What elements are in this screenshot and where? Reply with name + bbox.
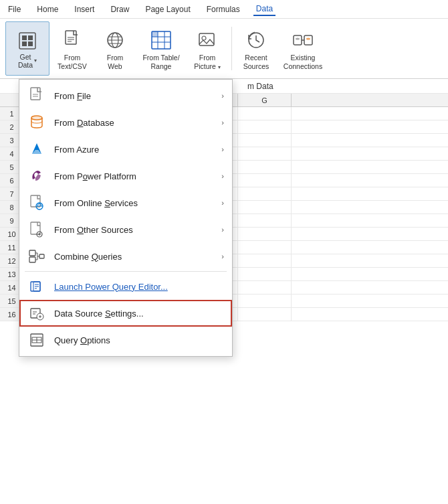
cell[interactable] — [238, 187, 292, 200]
from-text-csv-label: FromText/CSV — [58, 54, 87, 70]
get-data-label: Get Data ▾ — [18, 53, 37, 69]
from-online-services-label: From Online Services — [54, 198, 213, 208]
svg-rect-2 — [28, 35, 33, 40]
recent-sources-icon — [244, 27, 268, 54]
from-web-button[interactable]: FromWeb — [95, 21, 135, 76]
cell[interactable] — [238, 281, 292, 294]
dropdown-menu: From File › From Database › From Azure › — [19, 79, 233, 357]
menu-page-layout[interactable]: Page Layout — [142, 3, 193, 15]
cell[interactable] — [238, 214, 292, 227]
data-source-settings-icon — [27, 304, 46, 323]
svg-rect-48 — [39, 254, 44, 258]
from-picture-label: FromPicture ▾ — [194, 54, 221, 70]
svg-point-21 — [202, 36, 206, 40]
cell[interactable] — [238, 228, 292, 240]
menu-home[interactable]: Home — [34, 3, 61, 15]
svg-rect-19 — [152, 31, 158, 37]
from-database-icon — [27, 113, 46, 132]
get-data-dropdown-arrow: ▾ — [34, 58, 37, 64]
from-text-csv-button[interactable]: FromText/CSV — [52, 21, 92, 76]
from-picture-icon — [195, 27, 219, 54]
recent-sources-label: RecentSources — [243, 54, 269, 70]
from-picture-arrow: ▾ — [218, 64, 221, 70]
existing-connections-button[interactable]: ExistingConnections — [279, 21, 327, 76]
menu-item-from-online-services[interactable]: From Online Services › — [19, 189, 232, 216]
from-online-services-icon — [27, 193, 46, 212]
existing-connections-label: ExistingConnections — [284, 54, 322, 70]
from-text-csv-icon — [60, 27, 84, 54]
query-options-icon — [27, 331, 46, 349]
menu-item-from-file[interactable]: From File › — [19, 82, 232, 109]
cell[interactable] — [238, 308, 292, 321]
combine-queries-arrow: › — [221, 252, 224, 260]
from-other-sources-label: From Other Sources — [54, 225, 213, 235]
ribbon: Get Data ▾ FromText/CSV — [0, 19, 448, 79]
menu-item-combine-queries[interactable]: Combine Queries › — [19, 243, 232, 270]
col-header-g: G — [238, 94, 292, 106]
combine-queries-label: Combine Queries — [54, 252, 213, 262]
cell[interactable] — [238, 120, 292, 133]
get-data-button[interactable]: Get Data ▾ — [5, 21, 49, 76]
from-picture-button[interactable]: FromPicture ▾ — [187, 21, 227, 76]
svg-point-32 — [31, 116, 42, 120]
from-azure-icon — [27, 140, 46, 159]
from-web-label: FromWeb — [107, 54, 124, 70]
cell[interactable] — [238, 134, 292, 147]
from-table-range-label: From Table/Range — [142, 54, 179, 70]
cell[interactable] — [238, 107, 292, 120]
ribbon-separator-1 — [231, 27, 232, 70]
from-file-arrow: › — [221, 92, 224, 100]
cell[interactable] — [238, 295, 292, 307]
cell[interactable] — [238, 161, 292, 173]
breadcrumb: m Data — [247, 82, 273, 91]
menu-item-from-azure[interactable]: From Azure › — [19, 136, 232, 163]
launch-power-query-icon — [27, 277, 46, 296]
svg-rect-43 — [29, 257, 35, 262]
menu-item-from-power-platform[interactable]: From Power Platform › — [19, 163, 232, 189]
svg-point-27 — [306, 37, 310, 39]
menu-file[interactable]: File — [5, 3, 23, 15]
from-power-platform-arrow: › — [221, 172, 224, 180]
from-other-sources-icon — [27, 220, 46, 239]
menu-item-from-other-sources[interactable]: From Other Sources › — [19, 216, 232, 243]
svg-rect-28 — [31, 88, 40, 100]
menu-item-data-source-settings[interactable]: Data Source Settings... — [19, 300, 232, 327]
from-file-icon — [27, 86, 46, 105]
get-data-icon — [15, 29, 39, 53]
cell[interactable] — [238, 147, 292, 160]
cell[interactable] — [238, 254, 292, 267]
from-online-services-arrow: › — [221, 199, 224, 207]
svg-rect-24 — [304, 35, 312, 45]
cell[interactable] — [238, 241, 292, 254]
cell[interactable] — [238, 268, 292, 280]
menu-draw[interactable]: Draw — [108, 3, 132, 15]
from-other-sources-arrow: › — [221, 226, 224, 234]
svg-rect-3 — [22, 41, 27, 46]
menu-insert[interactable]: Insert — [72, 3, 97, 15]
svg-rect-38 — [31, 222, 40, 234]
data-source-settings-label: Data Source Settings... — [54, 309, 224, 319]
menu-item-query-options[interactable]: Query Options — [19, 327, 232, 353]
from-table-range-icon — [149, 27, 173, 54]
query-options-label: Query Options — [54, 335, 224, 345]
launch-power-query-label: Launch Power Query Editor... — [54, 282, 224, 292]
menu-item-from-database[interactable]: From Database › — [19, 109, 232, 136]
svg-rect-0 — [19, 33, 35, 49]
combine-queries-icon — [27, 247, 46, 266]
svg-rect-35 — [31, 195, 40, 207]
recent-sources-button[interactable]: RecentSources — [236, 21, 276, 76]
menu-divider-1 — [25, 271, 227, 272]
existing-connections-icon — [291, 27, 315, 54]
menu-data[interactable]: Data — [253, 3, 275, 16]
menu-item-launch-power-query[interactable]: Launch Power Query Editor... — [19, 273, 232, 300]
from-power-platform-label: From Power Platform — [54, 171, 213, 181]
from-table-range-button[interactable]: From Table/Range — [138, 21, 185, 76]
from-file-label: From File — [54, 91, 213, 101]
menu-formulas[interactable]: Formulas — [204, 3, 243, 15]
svg-rect-23 — [294, 35, 302, 45]
from-power-platform-icon — [27, 167, 46, 185]
from-azure-arrow: › — [221, 145, 224, 153]
cell[interactable] — [238, 174, 292, 187]
cell[interactable] — [238, 201, 292, 214]
svg-rect-42 — [29, 250, 35, 256]
